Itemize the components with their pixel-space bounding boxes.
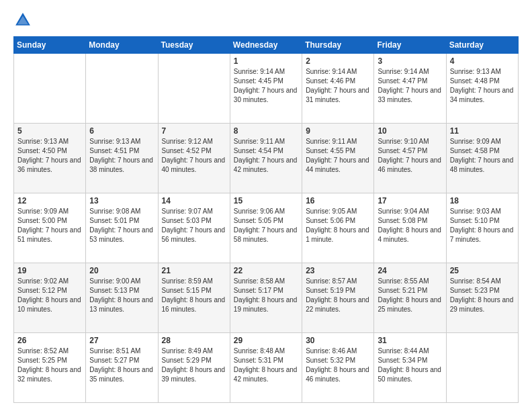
day-number: 23 <box>306 266 370 275</box>
day-info: Sunrise: 9:09 AM Sunset: 4:58 PM Dayligh… <box>450 137 515 175</box>
calendar-cell: 31Sunrise: 8:44 AM Sunset: 5:34 PM Dayli… <box>374 333 446 403</box>
day-number: 6 <box>89 126 154 136</box>
calendar-cell: 5Sunrise: 9:13 AM Sunset: 4:50 PM Daylig… <box>14 124 86 193</box>
calendar-week: 26Sunrise: 8:52 AM Sunset: 5:25 PM Dayli… <box>14 333 519 403</box>
day-number: 28 <box>162 336 226 345</box>
day-info: Sunrise: 9:04 AM Sunset: 5:08 PM Dayligh… <box>378 207 442 244</box>
calendar-cell: 16Sunrise: 9:05 AM Sunset: 5:06 PM Dayli… <box>302 193 374 263</box>
day-number: 24 <box>378 266 442 275</box>
day-info: Sunrise: 8:52 AM Sunset: 5:25 PM Dayligh… <box>17 347 82 384</box>
day-number: 12 <box>17 196 82 205</box>
logo-icon <box>13 11 32 30</box>
weekday-header: Saturday <box>446 37 518 54</box>
weekday-header: Friday <box>374 37 446 54</box>
calendar-cell: 7Sunrise: 9:12 AM Sunset: 4:52 PM Daylig… <box>158 124 230 193</box>
calendar-cell: 2Sunrise: 9:14 AM Sunset: 4:46 PM Daylig… <box>302 54 374 124</box>
calendar-week: 12Sunrise: 9:09 AM Sunset: 5:00 PM Dayli… <box>14 193 519 263</box>
calendar-cell: 11Sunrise: 9:09 AM Sunset: 4:58 PM Dayli… <box>446 124 518 193</box>
day-number: 20 <box>89 266 154 275</box>
day-info: Sunrise: 9:10 AM Sunset: 4:57 PM Dayligh… <box>378 137 442 175</box>
calendar-header: SundayMondayTuesdayWednesdayThursdayFrid… <box>14 37 519 54</box>
day-info: Sunrise: 9:03 AM Sunset: 5:10 PM Dayligh… <box>450 207 515 244</box>
day-info: Sunrise: 8:44 AM Sunset: 5:34 PM Dayligh… <box>378 347 442 384</box>
day-info: Sunrise: 9:05 AM Sunset: 5:06 PM Dayligh… <box>306 207 370 244</box>
day-number: 9 <box>306 126 370 136</box>
calendar-cell: 14Sunrise: 9:07 AM Sunset: 5:03 PM Dayli… <box>158 193 230 263</box>
calendar-cell: 26Sunrise: 8:52 AM Sunset: 5:25 PM Dayli… <box>14 333 86 403</box>
day-info: Sunrise: 9:14 AM Sunset: 4:47 PM Dayligh… <box>378 67 442 105</box>
day-number: 17 <box>378 196 442 205</box>
calendar-cell: 27Sunrise: 8:51 AM Sunset: 5:27 PM Dayli… <box>86 333 158 403</box>
calendar-cell: 30Sunrise: 8:46 AM Sunset: 5:32 PM Dayli… <box>302 333 374 403</box>
day-number: 22 <box>234 266 298 275</box>
day-info: Sunrise: 9:13 AM Sunset: 4:50 PM Dayligh… <box>17 137 82 175</box>
calendar-cell <box>158 54 230 124</box>
day-info: Sunrise: 9:06 AM Sunset: 5:05 PM Dayligh… <box>234 207 298 244</box>
day-number: 27 <box>89 336 154 345</box>
calendar-cell: 15Sunrise: 9:06 AM Sunset: 5:05 PM Dayli… <box>230 193 302 263</box>
day-info: Sunrise: 9:09 AM Sunset: 5:00 PM Dayligh… <box>17 207 82 244</box>
day-info: Sunrise: 9:08 AM Sunset: 5:01 PM Dayligh… <box>89 207 154 244</box>
calendar-cell <box>446 333 518 403</box>
day-number: 10 <box>378 126 442 136</box>
day-number: 26 <box>17 336 82 345</box>
day-number: 8 <box>234 126 298 136</box>
day-number: 31 <box>378 336 442 345</box>
header <box>13 11 519 30</box>
day-info: Sunrise: 9:14 AM Sunset: 4:45 PM Dayligh… <box>234 67 298 105</box>
page: SundayMondayTuesdayWednesdayThursdayFrid… <box>0 0 532 411</box>
day-info: Sunrise: 9:11 AM Sunset: 4:54 PM Dayligh… <box>234 137 298 175</box>
calendar-cell: 17Sunrise: 9:04 AM Sunset: 5:08 PM Dayli… <box>374 193 446 263</box>
day-number: 13 <box>89 196 154 205</box>
day-info: Sunrise: 9:07 AM Sunset: 5:03 PM Dayligh… <box>162 207 226 244</box>
day-info: Sunrise: 8:54 AM Sunset: 5:23 PM Dayligh… <box>450 277 515 314</box>
calendar-cell: 1Sunrise: 9:14 AM Sunset: 4:45 PM Daylig… <box>230 54 302 124</box>
logo <box>13 11 35 30</box>
day-info: Sunrise: 8:59 AM Sunset: 5:15 PM Dayligh… <box>162 277 226 314</box>
calendar-cell: 13Sunrise: 9:08 AM Sunset: 5:01 PM Dayli… <box>86 193 158 263</box>
day-number: 1 <box>234 56 298 66</box>
weekday-row: SundayMondayTuesdayWednesdayThursdayFrid… <box>14 37 519 54</box>
day-number: 7 <box>162 126 226 136</box>
calendar-cell: 21Sunrise: 8:59 AM Sunset: 5:15 PM Dayli… <box>158 263 230 333</box>
day-number: 15 <box>234 196 298 205</box>
calendar-cell: 9Sunrise: 9:11 AM Sunset: 4:55 PM Daylig… <box>302 124 374 193</box>
calendar-body: 1Sunrise: 9:14 AM Sunset: 4:45 PM Daylig… <box>14 54 519 403</box>
day-info: Sunrise: 9:13 AM Sunset: 4:48 PM Dayligh… <box>450 67 515 105</box>
day-info: Sunrise: 8:51 AM Sunset: 5:27 PM Dayligh… <box>89 347 154 384</box>
day-number: 3 <box>378 56 442 66</box>
day-info: Sunrise: 8:46 AM Sunset: 5:32 PM Dayligh… <box>306 347 370 384</box>
calendar-cell: 25Sunrise: 8:54 AM Sunset: 5:23 PM Dayli… <box>446 263 518 333</box>
day-info: Sunrise: 9:13 AM Sunset: 4:51 PM Dayligh… <box>89 137 154 175</box>
day-number: 29 <box>234 336 298 345</box>
weekday-header: Tuesday <box>158 37 230 54</box>
day-info: Sunrise: 8:49 AM Sunset: 5:29 PM Dayligh… <box>162 347 226 384</box>
day-number: 14 <box>162 196 226 205</box>
day-number: 5 <box>17 126 82 136</box>
day-info: Sunrise: 9:12 AM Sunset: 4:52 PM Dayligh… <box>162 137 226 175</box>
calendar-week: 5Sunrise: 9:13 AM Sunset: 4:50 PM Daylig… <box>14 124 519 193</box>
calendar-cell: 3Sunrise: 9:14 AM Sunset: 4:47 PM Daylig… <box>374 54 446 124</box>
day-number: 2 <box>306 56 370 66</box>
calendar-cell: 19Sunrise: 9:02 AM Sunset: 5:12 PM Dayli… <box>14 263 86 333</box>
day-info: Sunrise: 8:57 AM Sunset: 5:19 PM Dayligh… <box>306 277 370 314</box>
day-number: 21 <box>162 266 226 275</box>
day-info: Sunrise: 8:48 AM Sunset: 5:31 PM Dayligh… <box>234 347 298 384</box>
weekday-header: Sunday <box>14 37 86 54</box>
calendar-cell: 24Sunrise: 8:55 AM Sunset: 5:21 PM Dayli… <box>374 263 446 333</box>
calendar-cell: 28Sunrise: 8:49 AM Sunset: 5:29 PM Dayli… <box>158 333 230 403</box>
calendar-cell: 4Sunrise: 9:13 AM Sunset: 4:48 PM Daylig… <box>446 54 518 124</box>
calendar-cell: 22Sunrise: 8:58 AM Sunset: 5:17 PM Dayli… <box>230 263 302 333</box>
day-info: Sunrise: 9:14 AM Sunset: 4:46 PM Dayligh… <box>306 67 370 105</box>
day-info: Sunrise: 9:00 AM Sunset: 5:13 PM Dayligh… <box>89 277 154 314</box>
weekday-header: Thursday <box>302 37 374 54</box>
calendar-cell: 20Sunrise: 9:00 AM Sunset: 5:13 PM Dayli… <box>86 263 158 333</box>
calendar-cell <box>86 54 158 124</box>
calendar-cell: 18Sunrise: 9:03 AM Sunset: 5:10 PM Dayli… <box>446 193 518 263</box>
day-info: Sunrise: 9:02 AM Sunset: 5:12 PM Dayligh… <box>17 277 82 314</box>
calendar: SundayMondayTuesdayWednesdayThursdayFrid… <box>13 36 519 403</box>
calendar-cell: 6Sunrise: 9:13 AM Sunset: 4:51 PM Daylig… <box>86 124 158 193</box>
calendar-week: 1Sunrise: 9:14 AM Sunset: 4:45 PM Daylig… <box>14 54 519 124</box>
day-number: 16 <box>306 196 370 205</box>
calendar-cell: 23Sunrise: 8:57 AM Sunset: 5:19 PM Dayli… <box>302 263 374 333</box>
